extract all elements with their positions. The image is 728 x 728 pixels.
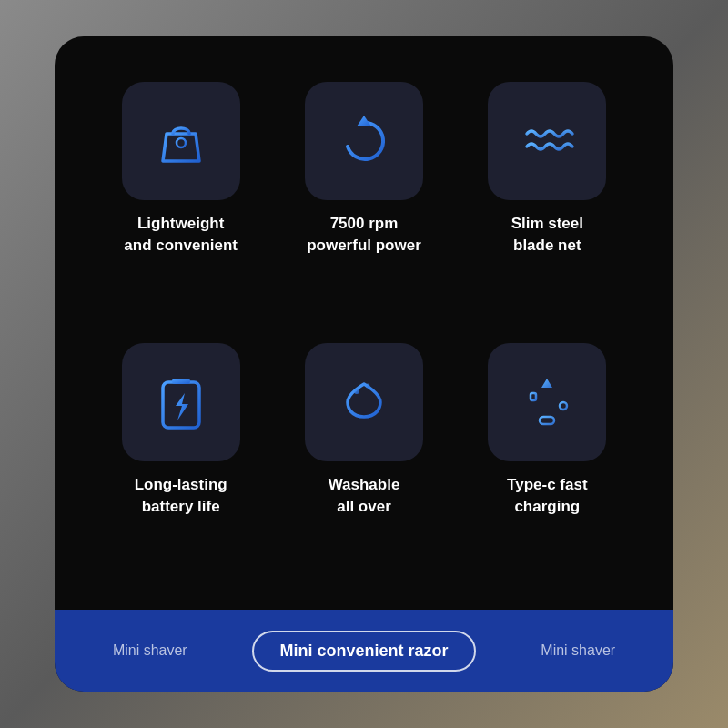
feature-label-rpm: 7500 rpm powerful power [307, 213, 421, 257]
icon-box-battery [122, 343, 240, 461]
svg-point-6 [365, 384, 369, 389]
feature-label-lightweight: Lightweight and convenient [124, 213, 238, 257]
feature-charging: Type-c fast charging [467, 343, 628, 582]
usb-icon [514, 369, 580, 435]
feature-blade: Slim steel blade net [467, 82, 628, 321]
feature-washable: Washable all over [283, 343, 444, 582]
icon-box-charging [488, 343, 606, 461]
water-icon [331, 369, 397, 435]
battery-icon [148, 369, 214, 435]
feature-label-battery: Long-lasting battery life [135, 474, 228, 518]
features-grid: Lightweight and convenient [55, 36, 673, 610]
svg-rect-4 [172, 379, 190, 384]
tab-mini-convenient-razor[interactable]: Mini convenient razor [252, 631, 475, 672]
icon-box-blade [488, 82, 606, 200]
svg-point-12 [560, 402, 567, 410]
tab-mini-shaver-2[interactable]: Mini shaver [526, 635, 630, 666]
icon-box-rpm [305, 82, 423, 200]
svg-marker-2 [357, 116, 371, 126]
feature-rpm: 7500 rpm powerful power [283, 82, 444, 321]
feature-battery: Long-lasting battery life [100, 343, 261, 582]
feature-label-charging: Type-c fast charging [507, 474, 588, 518]
bag-icon [148, 108, 214, 174]
svg-rect-13 [540, 417, 554, 424]
tab-bar: Mini shaver Mini convenient razor Mini s… [55, 610, 673, 692]
feature-label-blade: Slim steel blade net [511, 213, 583, 257]
rotate-icon [331, 108, 397, 174]
icon-box-washable [305, 343, 423, 461]
product-card: Lightweight and convenient [55, 36, 673, 692]
icon-box-lightweight [122, 82, 240, 200]
feature-label-washable: Washable all over [329, 474, 400, 518]
tab-mini-shaver-1[interactable]: Mini shaver [98, 635, 202, 666]
svg-point-0 [177, 138, 186, 147]
wave-icon [514, 108, 580, 174]
svg-marker-8 [541, 379, 552, 388]
feature-lightweight: Lightweight and convenient [100, 82, 261, 321]
svg-point-5 [354, 389, 359, 394]
